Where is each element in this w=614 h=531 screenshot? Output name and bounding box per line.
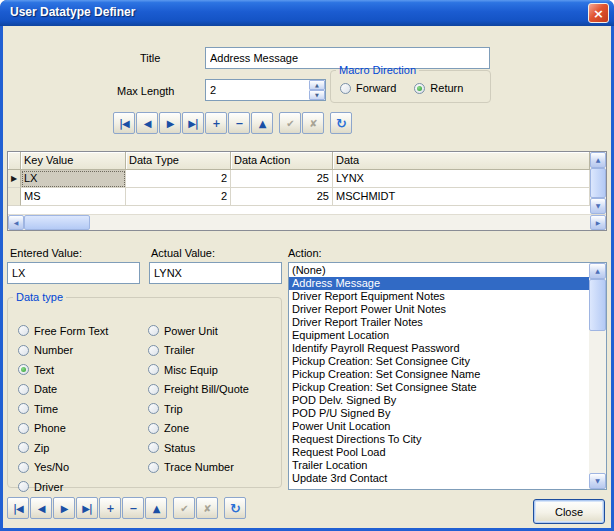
delete-button[interactable]: −: [228, 112, 250, 134]
scroll-up-icon[interactable]: ▲: [590, 152, 606, 168]
data-type-radio-option[interactable]: Time: [18, 399, 108, 419]
scroll-down-icon[interactable]: ▼: [590, 198, 606, 214]
data-type-radio-option[interactable]: Number: [18, 341, 108, 361]
column-header[interactable]: Key Value: [21, 152, 126, 170]
scrollbar-track[interactable]: [90, 215, 590, 230]
list-item[interactable]: POD Delv. Signed By: [289, 394, 589, 407]
cancel-button[interactable]: ✘: [196, 497, 218, 519]
data-type-radio-option[interactable]: Misc Equip: [148, 360, 249, 380]
table-row[interactable]: ▶ MS 2 25 MSCHMIDT: [8, 188, 590, 206]
list-item[interactable]: Pickup Creation: Set Consignee Name: [289, 368, 589, 381]
table-row[interactable]: ▶ LX 2 25 LYNX: [8, 170, 590, 188]
cell-data-action[interactable]: 25: [231, 170, 333, 188]
edit-button[interactable]: ▲: [145, 497, 167, 519]
data-type-radio-option[interactable]: Yes/No: [18, 458, 108, 478]
radio-label: Freight Bill/Quote: [164, 383, 249, 395]
list-item[interactable]: Equipment Location: [289, 329, 589, 342]
data-type-radio-option[interactable]: Trace Number: [148, 458, 249, 478]
entered-value-input[interactable]: [7, 262, 140, 284]
list-item[interactable]: Pickup Creation: Set Consignee State: [289, 381, 589, 394]
record-navigator-top: |◀ ◀ ▶ ▶| + − ▲ ✔ ✘ ↻: [113, 112, 353, 134]
spin-down-button[interactable]: ▼: [309, 90, 325, 100]
data-type-radio-option[interactable]: Freight Bill/Quote: [148, 380, 249, 400]
data-type-radio-option[interactable]: Status: [148, 438, 249, 458]
max-length-input[interactable]: [206, 80, 309, 100]
cell-data[interactable]: MSCHMIDT: [333, 188, 590, 206]
list-item[interactable]: Driver Report Equipment Notes: [289, 290, 589, 303]
delete-button[interactable]: −: [122, 497, 144, 519]
cell-data[interactable]: LYNX: [333, 170, 590, 188]
close-button[interactable]: Close: [533, 499, 605, 524]
refresh-button[interactable]: ↻: [224, 497, 246, 519]
list-item[interactable]: Request Directions To City: [289, 433, 589, 446]
list-item[interactable]: (None): [289, 264, 589, 277]
list-item[interactable]: Update 3rd Contact: [289, 472, 589, 485]
edit-button[interactable]: ▲: [251, 112, 273, 134]
list-item[interactable]: Request Pool Load: [289, 446, 589, 459]
cell-data-type[interactable]: 2: [126, 188, 231, 206]
list-item[interactable]: Pickup Creation: Set Consignee City: [289, 355, 589, 368]
data-type-radio-option[interactable]: Driver: [18, 477, 108, 497]
scroll-left-icon[interactable]: ◀: [8, 215, 24, 230]
next-button[interactable]: ▶: [53, 497, 75, 519]
post-button[interactable]: ✔: [279, 112, 301, 134]
scrollbar-thumb[interactable]: [24, 215, 90, 230]
macro-radio-option[interactable]: Forward: [340, 80, 396, 96]
data-type-radio-option[interactable]: Trailer: [148, 341, 249, 361]
spin-buttons: ▲ ▼: [309, 80, 325, 100]
cell-data-action[interactable]: 25: [231, 188, 333, 206]
scrollbar-thumb[interactable]: [590, 168, 606, 198]
data-type-radio-option[interactable]: Trip: [148, 399, 249, 419]
scroll-down-icon[interactable]: ▼: [589, 473, 606, 489]
radio-label: Number: [34, 344, 73, 356]
last-button[interactable]: ▶|: [182, 112, 204, 134]
insert-button[interactable]: +: [99, 497, 121, 519]
scrollbar-track[interactable]: [589, 331, 606, 473]
insert-button[interactable]: +: [205, 112, 227, 134]
data-type-radio-option[interactable]: Free Form Text: [18, 321, 108, 341]
actual-value-label: Actual Value:: [151, 247, 215, 259]
action-listbox: (None) Address Message Driver Report Equ…: [288, 262, 607, 490]
first-button[interactable]: |◀: [7, 497, 29, 519]
refresh-button[interactable]: ↻: [330, 112, 352, 134]
data-type-radio-option[interactable]: Zone: [148, 419, 249, 439]
post-button[interactable]: ✔: [173, 497, 195, 519]
actual-value-input[interactable]: [149, 262, 282, 284]
cancel-button[interactable]: ✘: [302, 112, 324, 134]
radio-icon: [148, 325, 159, 336]
radio-icon: [18, 345, 29, 356]
column-header[interactable]: Data Type: [126, 152, 231, 170]
last-button[interactable]: ▶|: [76, 497, 98, 519]
cell-data-type[interactable]: 2: [126, 170, 231, 188]
list-item[interactable]: Driver Report Trailer Notes: [289, 316, 589, 329]
list-item[interactable]: POD P/U Signed By: [289, 407, 589, 420]
column-header[interactable]: Data Action: [231, 152, 333, 170]
scroll-up-icon[interactable]: ▲: [589, 263, 606, 279]
data-type-radio-option[interactable]: Text: [18, 360, 108, 380]
data-type-radio-option[interactable]: Date: [18, 380, 108, 400]
macro-radio-option[interactable]: Return: [414, 80, 463, 96]
radio-label: Status: [164, 442, 195, 454]
spin-up-button[interactable]: ▲: [309, 80, 325, 90]
data-type-radio-option[interactable]: Power Unit: [148, 321, 249, 341]
list-item[interactable]: Power Unit Location: [289, 420, 589, 433]
data-type-radio-option[interactable]: Phone: [18, 419, 108, 439]
list-item[interactable]: Address Message: [289, 277, 589, 290]
list-item[interactable]: Driver Report Power Unit Notes: [289, 303, 589, 316]
scroll-right-icon[interactable]: ▶: [590, 215, 606, 230]
radio-icon: [18, 384, 29, 395]
list-item[interactable]: Identify Payroll Request Password: [289, 342, 589, 355]
column-header[interactable]: Data: [333, 152, 590, 170]
data-type-radio-option[interactable]: Zip: [18, 438, 108, 458]
list-item[interactable]: Trailer Location: [289, 459, 589, 472]
radio-icon: [148, 423, 159, 434]
close-window-button[interactable]: ×: [588, 3, 609, 23]
prior-button[interactable]: ◀: [136, 112, 158, 134]
next-button[interactable]: ▶: [159, 112, 181, 134]
first-button[interactable]: |◀: [113, 112, 135, 134]
cell-key-value[interactable]: MS: [21, 188, 126, 206]
data-type-column-2: Power Unit Trailer Misc Equip Freight Bi…: [148, 321, 249, 477]
prior-button[interactable]: ◀: [30, 497, 52, 519]
scrollbar-thumb[interactable]: [589, 279, 606, 331]
cell-key-value[interactable]: LX: [21, 170, 126, 188]
